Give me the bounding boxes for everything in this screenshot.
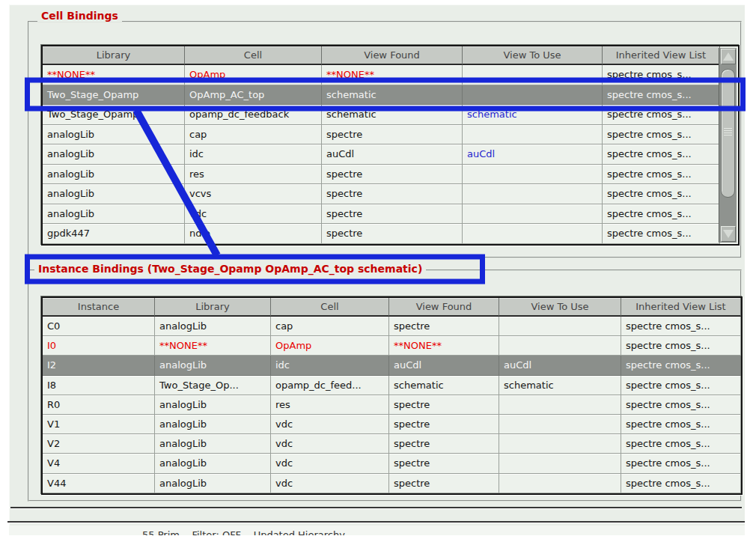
table-row[interactable]: analogLib cap spectre spectre cmos_s... xyxy=(43,125,738,145)
cell-instance[interactable]: R0 xyxy=(43,395,155,415)
cell-cell[interactable]: res xyxy=(271,395,389,415)
cell-cell[interactable]: vcvs xyxy=(185,184,322,204)
cell-view-to-use[interactable] xyxy=(463,184,603,204)
cell-inherited-view-list[interactable]: spectre cmos_s... xyxy=(621,376,741,395)
scroll-down-button[interactable] xyxy=(721,226,736,242)
table-row[interactable]: I8 Two_Stage_Op... opamp_dc_feed... sche… xyxy=(43,376,741,395)
cell-view-found[interactable]: spectre xyxy=(322,224,463,244)
cell-view-found[interactable]: spectre xyxy=(389,317,499,336)
cell-instance[interactable]: V1 xyxy=(43,415,155,434)
cell-library[interactable]: analogLib xyxy=(155,317,271,336)
cell-view-to-use[interactable]: schematic xyxy=(499,376,621,395)
cell-inherited-view-list[interactable]: spectre cmos_s... xyxy=(603,165,720,185)
cell-view-found[interactable]: auCdl xyxy=(322,144,463,165)
cell-view-to-use[interactable] xyxy=(463,224,603,244)
table-row[interactable]: I0 **NONE** OpAmp **NONE** spectre cmos_… xyxy=(43,336,741,356)
cell-library[interactable]: analogLib xyxy=(43,144,185,165)
cell-library[interactable]: analogLib xyxy=(155,454,271,473)
cell-view-to-use[interactable]: schematic xyxy=(463,105,603,125)
cell-inherited-view-list[interactable]: spectre cmos_s... xyxy=(603,65,720,85)
cell-view-found[interactable]: **NONE** xyxy=(322,65,463,85)
cell-view-to-use[interactable] xyxy=(499,454,621,473)
cell-view-to-use[interactable] xyxy=(499,395,621,415)
cell-cell[interactable]: cap xyxy=(185,125,322,145)
cell-cell[interactable]: cap xyxy=(271,317,389,336)
cell-library[interactable]: Two_Stage_Op... xyxy=(155,376,271,395)
cell-instance[interactable]: V4 xyxy=(43,454,155,473)
scroll-up-button[interactable] xyxy=(721,49,736,64)
cell-inherited-view-list[interactable]: spectre cmos_s... xyxy=(603,105,720,125)
table-row[interactable]: analogLib vcvs spectre spectre cmos_s... xyxy=(43,184,738,204)
cell-instance[interactable]: I0 xyxy=(43,336,155,356)
cell-view-to-use[interactable]: auCdl xyxy=(499,356,621,375)
cell-inherited-view-list[interactable]: spectre cmos_s... xyxy=(603,224,720,244)
table-row[interactable]: Two_Stage_Opamp opamp_dc_feedback schema… xyxy=(43,105,738,125)
cell-library[interactable]: **NONE** xyxy=(155,336,271,356)
cell-view-to-use[interactable]: auCdl xyxy=(463,144,603,165)
cell-view-found[interactable]: spectre xyxy=(389,454,499,473)
table-row[interactable]: C0 analogLib cap spectre spectre cmos_s.… xyxy=(43,317,741,336)
cell-library[interactable]: analogLib xyxy=(155,415,271,434)
table-row-selected[interactable]: I2 analogLib idc auCdl auCdl spectre cmo… xyxy=(43,356,741,375)
table-row[interactable]: **NONE** OpAmp **NONE** spectre cmos_s..… xyxy=(43,65,738,85)
cell-library[interactable]: **NONE** xyxy=(43,65,185,85)
vertical-scrollbar[interactable] xyxy=(719,48,737,243)
cell-cell[interactable]: vdc xyxy=(185,204,322,225)
scrollbar-thumb[interactable] xyxy=(721,69,735,198)
cell-inherited-view-list[interactable]: spectre cmos_s... xyxy=(621,336,741,356)
cell-library[interactable]: analogLib xyxy=(155,434,271,454)
cell-inherited-view-list[interactable]: spectre cmos_s... xyxy=(603,204,720,225)
cell-view-to-use[interactable] xyxy=(499,434,621,454)
cell-cell[interactable]: vdc xyxy=(271,415,389,434)
cell-library[interactable]: analogLib xyxy=(155,395,271,415)
cell-cell[interactable]: idc xyxy=(185,144,322,165)
cell-inherited-view-list[interactable]: spectre cmos_s... xyxy=(603,184,720,204)
cell-inherited-view-list[interactable]: spectre cmos_s... xyxy=(603,144,720,165)
cell-library[interactable]: analogLib xyxy=(155,356,271,375)
cell-inherited-view-list[interactable]: spectre cmos_s... xyxy=(621,415,741,434)
cell-library[interactable]: Two_Stage_Opamp xyxy=(43,85,185,106)
cell-view-found[interactable]: spectre xyxy=(389,395,499,415)
cell-view-found[interactable]: schematic xyxy=(322,85,463,106)
cell-view-found[interactable]: **NONE** xyxy=(389,336,499,356)
cell-cell[interactable]: opamp_dc_feed... xyxy=(271,376,389,395)
cell-inherited-view-list[interactable]: spectre cmos_s... xyxy=(621,474,741,493)
cell-view-to-use[interactable] xyxy=(499,336,621,356)
cell-view-to-use[interactable] xyxy=(463,125,603,145)
table-row[interactable]: V1 analogLib vdc spectre spectre cmos_s.… xyxy=(43,415,741,434)
table-row[interactable]: analogLib idc auCdl auCdl spectre cmos_s… xyxy=(43,144,738,165)
table-row-selected[interactable]: Two_Stage_Opamp OpAmp_AC_top schematic s… xyxy=(43,85,738,106)
cell-inherited-view-list[interactable]: spectre cmos_s... xyxy=(603,85,720,106)
cell-inherited-view-list[interactable]: spectre cmos_s... xyxy=(621,395,741,415)
cell-view-to-use[interactable] xyxy=(499,474,621,493)
table-row[interactable]: analogLib vdc spectre spectre cmos_s... xyxy=(43,204,738,225)
cell-view-found[interactable]: auCdl xyxy=(389,356,499,375)
table-row[interactable]: V4 analogLib vdc spectre spectre cmos_s.… xyxy=(43,454,741,473)
table-row[interactable]: gpdk447 ndio spectre spectre cmos_s... xyxy=(43,224,738,244)
cell-view-found[interactable]: spectre xyxy=(322,204,463,225)
cell-view-found[interactable]: spectre xyxy=(389,434,499,454)
cell-library[interactable]: analogLib xyxy=(43,125,185,145)
table-row[interactable]: analogLib res spectre spectre cmos_s... xyxy=(43,165,738,185)
cell-library[interactable]: analogLib xyxy=(43,165,185,185)
cell-view-to-use[interactable] xyxy=(463,85,603,106)
cell-view-found[interactable]: spectre xyxy=(389,474,499,493)
table-row[interactable]: V2 analogLib vdc spectre spectre cmos_s.… xyxy=(43,434,741,454)
cell-view-found[interactable]: spectre xyxy=(322,165,463,185)
cell-library[interactable]: analogLib xyxy=(43,204,185,225)
cell-view-found[interactable]: schematic xyxy=(389,376,499,395)
cell-view-found[interactable]: spectre xyxy=(322,184,463,204)
cell-inherited-view-list[interactable]: spectre cmos_s... xyxy=(621,356,741,375)
cell-cell[interactable]: OpAmp_AC_top xyxy=(185,85,322,106)
cell-view-to-use[interactable] xyxy=(499,317,621,336)
cell-instance[interactable]: V44 xyxy=(43,474,155,493)
cell-cell[interactable]: ndio xyxy=(185,224,322,244)
cell-instance[interactable]: I2 xyxy=(43,356,155,375)
cell-inherited-view-list[interactable]: spectre cmos_s... xyxy=(621,454,741,473)
cell-inherited-view-list[interactable]: spectre cmos_s... xyxy=(603,125,720,145)
cell-instance[interactable]: V2 xyxy=(43,434,155,454)
cell-cell[interactable]: opamp_dc_feedback xyxy=(185,105,322,125)
cell-cell[interactable]: idc xyxy=(271,356,389,375)
cell-instance[interactable]: C0 xyxy=(43,317,155,336)
cell-library[interactable]: analogLib xyxy=(155,474,271,493)
